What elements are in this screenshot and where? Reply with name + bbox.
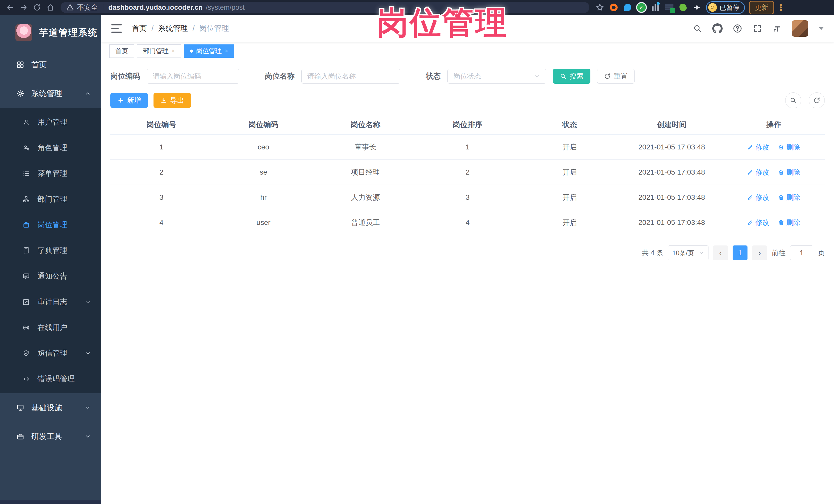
chevron-up-icon: [85, 90, 91, 96]
sidebar-item-home[interactable]: 首页: [0, 50, 101, 79]
add-button[interactable]: 新增: [110, 93, 148, 108]
toggle-search-button[interactable]: [785, 92, 801, 108]
search-form: 岗位编码 岗位名称 状态 岗位状态 搜索 重置: [110, 69, 825, 84]
trash-icon: [778, 144, 784, 150]
reset-button[interactable]: 重置: [597, 69, 635, 84]
page-number-button[interactable]: 1: [732, 245, 747, 260]
security-label: 不安全: [77, 3, 98, 12]
bookmark-star-icon[interactable]: [595, 3, 605, 12]
sidebar: 芋道管理系统 首页 系统管理 用户管理 角色管理 菜单管理: [0, 15, 101, 504]
total-count: 共 4 条: [642, 248, 663, 258]
sidebar-item-audit-log[interactable]: 审计日志: [0, 289, 101, 315]
trash-icon: [778, 220, 784, 226]
table-row: 1 ceo 董事长 1 开启 2021-01-05 17:03:48 修改 删除: [110, 134, 825, 160]
chevron-down-icon: [699, 250, 704, 256]
font-size-icon[interactable]: [772, 23, 783, 34]
paused-label: 已暂停: [720, 3, 740, 12]
url-path: /system/post: [206, 4, 245, 12]
app-title: 芋道管理系统: [39, 26, 97, 39]
browser-update-button[interactable]: 更新: [749, 1, 774, 14]
sidebar-item-system[interactable]: 系统管理: [0, 79, 101, 108]
status-label: 状态: [426, 71, 441, 81]
search-icon[interactable]: [692, 23, 703, 34]
app-logo[interactable]: 芋道管理系统: [0, 15, 101, 50]
edit-icon: [747, 169, 753, 175]
sidebar-item-dev-tools[interactable]: 研发工具: [0, 422, 101, 451]
post-name-input[interactable]: [301, 69, 400, 84]
edit-link[interactable]: 修改: [747, 193, 769, 202]
status-text: 开启: [519, 193, 621, 202]
sidebar-item-online-users[interactable]: 在线用户: [0, 315, 101, 341]
tab-departments[interactable]: 部门管理×: [137, 44, 181, 58]
browser-menu-icon[interactable]: •••: [778, 4, 784, 11]
delete-link[interactable]: 删除: [778, 193, 800, 202]
table-toolbar: 新增 导出: [110, 92, 825, 108]
prev-page-button[interactable]: ‹: [713, 245, 728, 260]
github-icon[interactable]: [712, 23, 723, 34]
breadcrumb-current: 岗位管理: [199, 23, 229, 34]
help-icon[interactable]: [732, 23, 743, 34]
code-icon: [23, 375, 30, 382]
edit-link[interactable]: 修改: [747, 168, 769, 177]
sidebar-item-notice[interactable]: 通知公告: [0, 263, 101, 289]
edit-link[interactable]: 修改: [747, 218, 769, 227]
extension-blue-drop-icon[interactable]: [623, 3, 633, 12]
next-page-button[interactable]: ›: [752, 245, 767, 260]
export-button[interactable]: 导出: [154, 93, 191, 108]
sidebar-item-departments[interactable]: 部门管理: [0, 187, 101, 212]
sidebar-item-dict[interactable]: 字典管理: [0, 238, 101, 263]
extension-star-icon[interactable]: [692, 3, 702, 12]
chevron-down-icon: [85, 299, 91, 305]
browser-reload-button[interactable]: [31, 2, 43, 13]
chevron-down-icon: [85, 433, 91, 440]
edit-icon: [747, 194, 753, 200]
avatar-caret-icon[interactable]: [818, 27, 824, 30]
post-code-input[interactable]: [147, 69, 239, 84]
gear-icon: [17, 90, 24, 97]
refresh-icon: [813, 97, 820, 104]
search-button[interactable]: 搜索: [553, 69, 590, 84]
status-select[interactable]: 岗位状态: [447, 69, 546, 84]
close-icon[interactable]: ×: [172, 48, 175, 54]
page-size-select[interactable]: 10条/页: [668, 245, 708, 260]
extension-badge-icon[interactable]: [664, 3, 674, 12]
posts-table: 岗位编号 岗位编码 岗位名称 岗位排序 状态 创建时间 操作 1 ceo 董事长…: [110, 115, 825, 235]
sidebar-item-menus[interactable]: 菜单管理: [0, 161, 101, 187]
extension-orange-ring-icon[interactable]: [609, 3, 619, 12]
browser-home-button[interactable]: [45, 2, 56, 13]
delete-link[interactable]: 删除: [778, 168, 800, 177]
extension-leaf-icon[interactable]: [678, 3, 688, 12]
chevron-down-icon: [85, 404, 91, 411]
address-bar[interactable]: 不安全 dashboard.yudao.iocoder.cn/system/po…: [61, 2, 589, 13]
org-tree-icon: [23, 196, 30, 203]
status-text: 开启: [519, 168, 621, 177]
tab-home[interactable]: 首页: [109, 44, 134, 58]
delete-link[interactable]: 删除: [778, 143, 800, 152]
browser-forward-button[interactable]: [18, 2, 29, 13]
close-icon[interactable]: ×: [225, 48, 228, 54]
audit-log-icon: [23, 298, 30, 306]
browser-back-button[interactable]: [5, 2, 16, 13]
sidebar-item-users[interactable]: 用户管理: [0, 109, 101, 135]
user-avatar[interactable]: [792, 20, 808, 37]
extension-columns-icon[interactable]: [651, 3, 660, 12]
paused-extension-badge[interactable]: ☺已暂停: [706, 1, 745, 14]
sidebar-item-posts[interactable]: 岗位管理: [0, 212, 101, 238]
breadcrumb-system[interactable]: 系统管理: [158, 23, 188, 34]
sidebar-item-infrastructure[interactable]: 基础设施: [0, 393, 101, 422]
goto-page-input[interactable]: [790, 245, 813, 260]
sidebar-item-error-codes[interactable]: 错误码管理: [0, 366, 101, 392]
edit-link[interactable]: 修改: [747, 143, 769, 152]
refresh-table-button[interactable]: [809, 92, 825, 108]
tab-posts[interactable]: 岗位管理×: [184, 44, 234, 58]
sidebar-item-sms[interactable]: 短信管理: [0, 341, 101, 366]
sidebar-toggle-icon[interactable]: [111, 24, 122, 33]
extension-green-check-icon[interactable]: ✓: [637, 3, 646, 12]
fullscreen-icon[interactable]: [752, 23, 763, 34]
delete-link[interactable]: 删除: [778, 218, 800, 227]
system-submenu: 用户管理 角色管理 菜单管理 部门管理 岗位管理 字典管理: [0, 108, 101, 393]
chevron-down-icon: [534, 73, 540, 79]
post-name-label: 岗位名称: [265, 71, 295, 81]
sidebar-item-roles[interactable]: 角色管理: [0, 135, 101, 161]
breadcrumb-home[interactable]: 首页: [132, 23, 147, 34]
